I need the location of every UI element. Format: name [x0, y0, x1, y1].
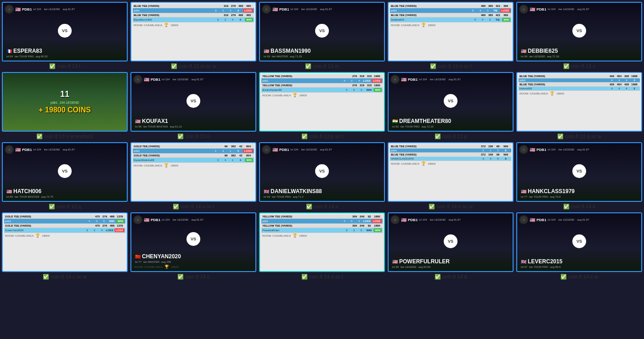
scorecard-row: GreenYan2020 324 LOSS LOSS — [4, 228, 125, 233]
opponent-stats: lvl 89 tier TOUR MASTER avg 74.75 — [5, 195, 125, 199]
card-image: GOLD TEE (YARDS) 475279488 1376 pdb1 436… — [2, 212, 128, 272]
scorecard-row: pdb1 324 0 LOSS — [133, 8, 254, 13]
card-label: ✅ coin 8 14 c — [177, 274, 209, 280]
scorecard-row: BLUE TEE (YARDS) 480385421 386 — [390, 13, 511, 17]
pdb1-flag: 🇺🇸 — [530, 147, 535, 152]
opponent-section: 🇺🇸 DEBBIE625 — [519, 47, 639, 55]
vs-badge: VS — [315, 164, 329, 178]
card-card20[interactable]: ⚔ 🇺🇸 PDB1 lvl 104 tier LEGEND avg 61.87 … — [516, 212, 642, 280]
pdb1-stats: lvl 104 tier LEGEND avg 61.87 — [548, 148, 589, 151]
card-image: YELLOW TEE (YARDS) 278318315 1900 pdb1 4… — [259, 72, 385, 132]
room-info: ROOM: CASABLANCA 🏆 18000 — [133, 163, 254, 168]
opponent-stats: lvl 92 tier TOUR PRO avg 72.25 — [390, 125, 511, 129]
vs-section: VS — [390, 85, 511, 117]
card-image: BLUE TEE (YARDS) 426454428 1908 pdb1 444… — [516, 72, 642, 132]
scorecard-row: YELLOW TEE (YARDS) 278318315 1900 — [261, 83, 383, 88]
pdb1-top-bar: ⚔ 🇺🇸 PDB1 lvl 104 tier LEGEND avg 61.87 — [519, 5, 639, 14]
card-label: ✅ coin 8 13 o — [177, 133, 210, 139]
vs-badge: VS — [58, 164, 72, 178]
card-label: ✅ coin 8 13 p sc l — [301, 133, 343, 139]
pdb1-name: PDB1 — [537, 148, 546, 152]
pdb1-top-bar: ⚔ 🇺🇸 PDB1 lvl 104 tier LEGEND avg 61.87 — [133, 215, 254, 224]
game-card-inner: ⚔ 🇺🇸 PDB1 lvl 104 tier LEGEND avg 61.87 … — [131, 73, 255, 131]
pdb1-top-bar: ⚔ 🇺🇸 PDB1 lvl 104 tier LEGEND avg 61.87 — [5, 5, 125, 14]
room-info: ROOM: CASABLANCA 🏆 18000 — [390, 161, 511, 166]
opponent-stats: lvl 77 tier TOUR PRO avg 73.6 — [519, 195, 639, 199]
scorecard-row: Debbie825 543 TIE WIN — [390, 17, 511, 22]
card-image: ⚔ 🇺🇸 PDB1 lvl 104 tier LEGEND avg 61.87 … — [259, 2, 385, 61]
opponent-flag: 🇬🇧 — [264, 189, 269, 194]
card-card8[interactable]: YELLOW TEE (YARDS) 278318315 1900 pdb1 4… — [259, 72, 385, 139]
card-card2[interactable]: BLUE TEE (YARDS) 316279498 495 pdb1 324 … — [130, 2, 256, 69]
card-label: ✅ coin 8 13 n — [563, 63, 596, 69]
game-card-inner: ⚔ 🇺🇸 PDB1 lvl 104 tier LEGEND avg 61.87 … — [517, 3, 641, 61]
pdb1-name: PDB1 — [151, 78, 160, 82]
opponent-name: POWERFULRULER — [399, 258, 450, 265]
card-card5[interactable]: ⚔ 🇺🇸 PDB1 lvl 104 tier LEGEND avg 61.87 … — [516, 2, 642, 69]
card-card17[interactable]: ⚔ 🇺🇸 PDB1 lvl 104 tier LEGEND avg 61.87 … — [130, 212, 256, 280]
card-card10[interactable]: BLUE TEE (YARDS) 426454428 1908 pdb1 444… — [516, 72, 642, 139]
scorecard-row: DanielWatkins88 341 4 WIN — [133, 158, 254, 163]
scorecard-row: pdb1 453 LOSS LOSS — [261, 219, 383, 224]
card-card19[interactable]: ⚔ 🇺🇸 PDB1 lvl 104 tier LEGEND avg 61.87 … — [388, 212, 514, 280]
scorecard-row: pdb1 436 WIN WIN — [4, 219, 125, 224]
scorecard-row: GOLD TEE (YARDS) 9938243 804 — [133, 154, 254, 158]
scorecard-row: BLUE TEE (YARDS) 426454428 1908 — [519, 83, 640, 87]
card-card15[interactable]: ⚔ 🇺🇸 PDB1 lvl 104 tier LEGEND avg 61.87 … — [516, 142, 642, 210]
opponent-flag: 🇮🇳 — [392, 119, 398, 124]
opponent-name: HANKCLASS1979 — [528, 188, 575, 195]
coins-card-inner: 11 pdb1 104 LEGEND + 19800 COINS — [3, 73, 127, 131]
pdb1-flag: 🇺🇸 — [272, 147, 278, 152]
card-label: ✅ coin 8 13 o w koufax1 — [36, 133, 93, 139]
player-level: pdb1 104 LEGEND — [51, 101, 79, 104]
opponent-stats: lvl 96 tier TOUR MASTER avg 61.12 — [133, 125, 254, 129]
vs-section: VS — [5, 15, 125, 47]
card-image: 11 pdb1 104 LEGEND + 19800 COINS — [2, 72, 128, 132]
pdb1-stats: lvl 104 tier LEGEND avg 61.87 — [548, 8, 589, 11]
coin-amount: + 19800 COINS — [39, 106, 90, 114]
pdb1-flag: 🇺🇸 — [401, 217, 407, 222]
opponent-flag: 🇺🇸 — [135, 119, 141, 124]
scorecard-row: pdb1 543 TIE LOSS — [390, 8, 511, 13]
card-label: ✅ coin 8 14 e w — [560, 274, 598, 280]
pdb1-name: PDB1 — [22, 7, 32, 11]
card-card18[interactable]: YELLOW TEE (YARDS) 30924992 1800 pdb1 45… — [259, 212, 385, 280]
opponent-flag: 🇺🇸 — [6, 189, 12, 194]
card-card16[interactable]: GOLD TEE (YARDS) 475279488 1376 pdb1 436… — [2, 212, 128, 280]
card-card3[interactable]: ⚔ 🇺🇸 PDB1 lvl 104 tier LEGEND avg 61.87 … — [259, 2, 385, 69]
opponent-stats: lvl 99 tier MASTER avg 71.25 — [262, 55, 382, 59]
game-card-inner: ⚔ 🇺🇸 PDB1 lvl 104 tier LEGEND avg 61.87 … — [260, 3, 384, 61]
vs-badge: VS — [444, 94, 458, 108]
opponent-stats: lvl 99 tier TOUR PRO avg 71.2 — [262, 195, 382, 199]
vs-section: VS — [519, 225, 639, 257]
card-card4[interactable]: BLUE TEE (YARDS) 480385421 386 pdb1 543 … — [388, 2, 514, 69]
vs-section: VS — [262, 155, 382, 187]
scorecard-row: YELLOW TEE (YARDS) 278318315 1900 — [261, 74, 383, 78]
card-card14[interactable]: BLUE TEE (YARDS) 37215869 599 pdb1 315 8… — [388, 142, 514, 210]
pdb1-name: PDB1 — [279, 148, 289, 152]
pdb1-top-bar: ⚔ 🇺🇸 PDB1 lvl 104 tier LEGEND avg 61.87 — [390, 75, 511, 84]
scorecard-row: PowerfulRuler 335 WIN WIN — [261, 228, 383, 233]
opponent-section: 🇬🇧 DANIELWATKINS88 — [262, 187, 382, 195]
pdb1-name: PDB1 — [151, 218, 160, 222]
room-info: ROOM: CASABLANCA 🏆 18000 — [261, 93, 383, 98]
card-image: ⚔ 🇺🇸 PDB1 lvl 104 tier LEGEND avg 61.87 … — [516, 142, 642, 202]
match-number: 11 — [60, 89, 69, 99]
card-card1[interactable]: ⚔ 🇺🇸 PDB1 lvl 104 tier LEGEND avg 61.87 … — [2, 2, 128, 69]
opponent-flag: 🇺🇸 — [264, 49, 269, 54]
scorecard-inner: YELLOW TEE (YARDS) 30924992 1800 pdb1 45… — [260, 213, 384, 271]
card-card9[interactable]: ⚔ 🇺🇸 PDB1 lvl 104 tier LEGEND avg 61.87 … — [388, 72, 514, 139]
pdb1-flag: 🇺🇸 — [15, 7, 21, 12]
pdb1-top-bar: ⚔ 🇺🇸 PDB1 lvl 104 tier LEGEND avg 61.87 — [5, 145, 125, 154]
scorecard-inner: BLUE TEE (YARDS) 426454428 1908 pdb1 444… — [517, 73, 641, 131]
opponent-name: KOUFAX1 — [142, 118, 168, 124]
scorecard-row: YELLOW TEE (YARDS) 30924992 1800 — [261, 215, 383, 219]
pdb1-name: PDB1 — [408, 78, 418, 82]
vs-badge: VS — [186, 232, 200, 246]
card-card12[interactable]: GOLD TEE (YARDS) 9938243 804 pdb1 131 5 … — [130, 142, 256, 210]
card-card11[interactable]: ⚔ 🇺🇸 PDB1 lvl 104 tier LEGEND avg 61.87 … — [2, 142, 128, 210]
pdb1-flag: 🇺🇸 — [530, 217, 535, 222]
card-card6[interactable]: 11 pdb1 104 LEGEND + 19800 COINS ✅ coin … — [2, 72, 128, 139]
card-card13[interactable]: ⚔ 🇺🇸 PDB1 lvl 104 tier LEGEND avg 61.87 … — [259, 142, 385, 210]
card-card7[interactable]: ⚔ 🇺🇸 PDB1 lvl 104 tier LEGEND avg 61.87 … — [130, 72, 256, 139]
